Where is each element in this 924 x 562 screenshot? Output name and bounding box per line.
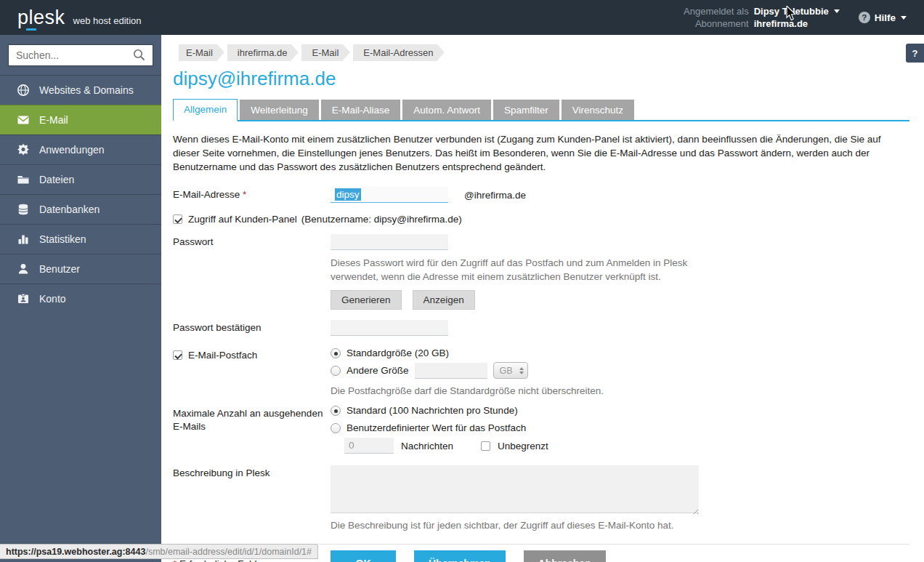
tab-autom-antwort[interactable]: Autom. Antwort <box>402 100 491 120</box>
help-circle-icon: ? <box>859 12 870 23</box>
sidebar-item-dateien[interactable]: Dateien <box>0 164 161 194</box>
search-input[interactable] <box>8 44 153 66</box>
outgoing-custom-label: Benutzerdefinierter Wert für das Postfac… <box>346 422 526 433</box>
spinner-arrows-icon <box>519 367 524 374</box>
unlimited-label: Unbegrenzt <box>498 441 548 451</box>
tab-virenschutz[interactable]: Virenschutz <box>562 100 634 120</box>
email-domain-suffix: @ihrefirma.de <box>464 190 526 201</box>
apply-button[interactable]: Übernehmen <box>414 550 506 562</box>
outgoing-count-input[interactable] <box>344 438 394 454</box>
logo-text: plesk <box>17 7 65 29</box>
envelope-icon <box>17 113 30 127</box>
mailbox-default-radio[interactable] <box>331 348 341 358</box>
unlimited-checkbox[interactable] <box>481 441 490 451</box>
sidebar-item-anwendungen[interactable]: Anwendungen <box>0 135 161 164</box>
breadcrumb: E-Mail ihrefirma.de E-Mail E-Mail-Adress… <box>179 44 909 61</box>
mailbox-default-label: Standardgröße (20 GB) <box>346 348 449 358</box>
user-name: Dipsy Teletubbie <box>754 6 829 17</box>
status-url-host: https://psa19.webhoster.ag:8443 <box>6 547 145 557</box>
sidebar-item-konto[interactable]: Konto <box>0 284 161 313</box>
tab-spamfilter[interactable]: Spamfilter <box>493 100 559 120</box>
panel-access-label: Zugriff auf Kunden-Panel <box>188 214 297 225</box>
password-input[interactable] <box>331 234 448 250</box>
breadcrumb-item[interactable]: E-Mail <box>179 44 217 61</box>
user-icon <box>17 262 30 276</box>
mailbox-unit-value: GB <box>500 366 513 376</box>
logged-in-label: Angemeldet als <box>684 6 749 17</box>
caret-down-icon <box>834 9 840 13</box>
logo-accent-dash <box>26 28 36 31</box>
outgoing-unit-label: Nachrichten <box>401 441 453 451</box>
confirm-password-input[interactable] <box>331 320 448 336</box>
tab-allgemein[interactable]: Allgemein <box>173 99 238 121</box>
sidebar-item-label: Benutzer <box>39 263 80 275</box>
top-header: plesk web host edition Angemeldet als Di… <box>0 0 924 35</box>
panel-access-username: (Benutzername: dipsy@ihrefirma.de) <box>301 214 462 225</box>
sidebar-item-label: Datenbanken <box>39 204 100 215</box>
gear-icon <box>17 143 30 156</box>
email-settings-form: E-Mail-Adresse * dipsy @ihrefirma.de Zug… <box>173 187 909 562</box>
email-local-part-input[interactable]: dipsy <box>331 187 448 203</box>
generate-password-button[interactable]: Generieren <box>331 290 402 310</box>
subscription-label: Abonnement <box>684 18 749 29</box>
browser-status-url: https://psa19.webhoster.ag:8443/smb/emai… <box>0 544 318 559</box>
description-textarea[interactable] <box>331 465 699 513</box>
sidebar-item-label: E-Mail <box>39 114 68 126</box>
password-hint: Dieses Passwort wird für den Zugriff auf… <box>331 256 708 284</box>
user-menu[interactable]: Dipsy Teletubbie <box>754 6 840 17</box>
subscription-value[interactable]: ihrefirma.de <box>754 18 840 29</box>
tab-weiterleitung[interactable]: Weiterleitung <box>240 100 319 120</box>
logo-edition-label: web host edition <box>73 15 142 26</box>
email-address-label: E-Mail-Adresse <box>173 189 240 200</box>
sidebar-item-benutzer[interactable]: Benutzer <box>0 254 161 284</box>
tab-bar: Allgemein Weiterleitung E-Mail-Aliase Au… <box>173 99 909 121</box>
description-note: Die Beschreibung ist für jeden sichtbar,… <box>331 518 909 532</box>
tab-email-aliase[interactable]: E-Mail-Aliase <box>321 100 401 120</box>
database-icon <box>17 203 30 216</box>
mailbox-other-label: Andere Größe <box>346 365 409 376</box>
mailbox-size-input[interactable] <box>415 363 487 379</box>
mailbox-label: E-Mail-Postfach <box>188 350 257 361</box>
outgoing-limit-label: Maximale Anzahl an ausgehenden E-Mails <box>173 408 323 432</box>
outgoing-default-radio[interactable] <box>331 406 341 416</box>
sidebar-item-email[interactable]: E-Mail <box>0 105 161 135</box>
sidebar-item-websites-domains[interactable]: Websites & Domains <box>0 75 161 105</box>
sidebar-item-datenbanken[interactable]: Datenbanken <box>0 194 161 224</box>
sidebar-item-label: Konto <box>39 293 66 305</box>
context-help-button[interactable]: ? <box>906 44 924 63</box>
panel-access-checkbox[interactable] <box>173 214 182 224</box>
outgoing-default-label: Standard (100 Nachrichten pro Stunde) <box>346 405 518 416</box>
caret-down-icon <box>901 16 907 20</box>
confirm-password-label: Passwort bestätigen <box>173 322 262 333</box>
sidebar-item-label: Dateien <box>39 174 74 185</box>
cancel-button[interactable]: Abbrechen <box>524 550 606 562</box>
sidebar-item-label: Anwendungen <box>39 144 105 156</box>
globe-icon <box>17 84 30 97</box>
outgoing-custom-radio[interactable] <box>331 423 341 433</box>
account-info: Angemeldet als Dipsy Teletubbie Abonneme… <box>684 6 840 29</box>
ok-button[interactable]: OK <box>331 550 396 562</box>
sidebar-item-statistiken[interactable]: Statistiken <box>0 224 161 254</box>
selected-text: dipsy <box>335 188 361 201</box>
help-label: Hilfe <box>875 12 896 23</box>
folder-icon <box>17 173 30 186</box>
mailbox-note: Die Postfachgröße darf die Standardgröße… <box>331 384 909 398</box>
mailbox-unit-select[interactable]: GB <box>493 362 528 379</box>
mailbox-checkbox[interactable] <box>173 350 182 360</box>
required-asterisk: * <box>243 189 246 200</box>
intro-text: Wenn dieses E-Mail-Konto mit einem zusät… <box>173 132 909 174</box>
breadcrumb-item[interactable]: ihrefirma.de <box>227 44 292 61</box>
page-title: dipsy@ihrefirma.de <box>173 68 909 90</box>
sidebar: Websites & Domains E-Mail Anwendungen Da… <box>0 35 161 562</box>
mailbox-other-radio[interactable] <box>331 366 341 376</box>
description-label: Beschreibung in Plesk <box>173 467 270 478</box>
search-icon <box>133 49 145 61</box>
plesk-logo[interactable]: plesk web host edition <box>17 7 141 29</box>
show-password-button[interactable]: Anzeigen <box>413 290 475 310</box>
main-content: ? E-Mail ihrefirma.de E-Mail E-Mail-Adre… <box>161 35 924 562</box>
breadcrumb-item[interactable]: E-Mail <box>301 44 343 61</box>
id-card-icon <box>17 292 30 305</box>
sidebar-item-label: Websites & Domains <box>39 84 134 96</box>
breadcrumb-item[interactable]: E-Mail-Adressen <box>353 44 437 61</box>
help-menu[interactable]: ? Hilfe <box>859 12 907 23</box>
